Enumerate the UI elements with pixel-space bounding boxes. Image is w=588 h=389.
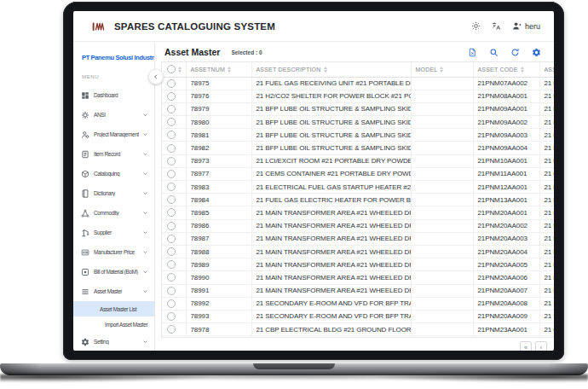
refresh-icon[interactable] bbox=[510, 48, 520, 57]
assetnum-cell: 78993 bbox=[186, 310, 251, 322]
table-row[interactable]: 78979 21 BFP LUBE OIL STRUCTURE & SAMPLI… bbox=[162, 102, 554, 115]
user-menu[interactable]: heru bbox=[512, 21, 540, 31]
row-checkbox[interactable] bbox=[167, 235, 176, 243]
table-row[interactable]: 78977 21 CEMS CONTAINER #21 PORTABLE DRY… bbox=[162, 167, 554, 180]
table-row[interactable]: 78985 21 MAIN TRANSFORMER AREA #21 WHEEL… bbox=[162, 206, 554, 219]
table-row[interactable]: 78980 21 BFP LUBE OIL STRUCTURE & SAMPLI… bbox=[162, 116, 554, 129]
row-checkbox[interactable] bbox=[167, 79, 176, 88]
column-header[interactable]: ASSE bbox=[539, 62, 554, 77]
select-all-checkbox[interactable] bbox=[167, 65, 176, 73]
table-row[interactable]: 78986 21 MAIN TRANSFORMER AREA #21 WHEEL… bbox=[162, 219, 554, 232]
table-row[interactable]: 78981 21 BFP LUBE OIL STRUCTURE & SAMPLI… bbox=[162, 129, 554, 142]
select-all-header[interactable] bbox=[162, 62, 186, 77]
table-row[interactable]: 78978 21 CBP ELECTRICAL BLDG #21 GROUND … bbox=[162, 323, 554, 336]
row-checkbox[interactable] bbox=[167, 144, 176, 153]
extra-cell: 21 EL bbox=[539, 181, 554, 194]
row-checkbox[interactable] bbox=[167, 208, 176, 217]
laptop-notch bbox=[253, 363, 335, 369]
sidebar-item-asset-master-list[interactable]: Asset Master List bbox=[73, 301, 154, 316]
row-checkbox[interactable] bbox=[167, 195, 176, 204]
app-title: SPARES CATALOGUING SYSTEM bbox=[114, 21, 275, 32]
table-row[interactable]: 78989 21 MAIN TRANSFORMER AREA #21 WHEEL… bbox=[162, 258, 554, 271]
table-row[interactable]: 78992 21 SECONDARY E-ROOM AND VFD FOR BF… bbox=[162, 297, 554, 310]
row-checkbox[interactable] bbox=[167, 157, 176, 165]
row-checkbox[interactable] bbox=[167, 287, 176, 295]
table-row[interactable]: 78987 21 MAIN TRANSFORMER AREA #21 WHEEL… bbox=[162, 232, 554, 245]
row-checkbox[interactable] bbox=[167, 273, 176, 282]
row-checkbox[interactable] bbox=[167, 247, 176, 256]
column-header[interactable]: MODEL bbox=[411, 62, 473, 77]
sidebar-item-dashboard[interactable]: Dashboard bbox=[73, 85, 154, 105]
sidebar-collapse-button[interactable] bbox=[148, 69, 164, 84]
sidebar-item-ansi[interactable]: ANSI bbox=[73, 105, 154, 125]
sidebar-item-import-asset-master[interactable]: Import Asset Master bbox=[73, 316, 154, 332]
column-label: ASSET DESCRIPTION bbox=[257, 67, 321, 73]
assetnum-cell: 78983 bbox=[186, 181, 251, 194]
sort-icon[interactable] bbox=[440, 67, 443, 73]
asset-code-cell: 21PNM07AA002 bbox=[473, 77, 539, 90]
sidebar-item-bom[interactable]: Bill of Material (BoM) bbox=[73, 262, 154, 282]
asset-code-cell: 21PNM09AA004 bbox=[473, 142, 539, 154]
search-icon[interactable] bbox=[489, 48, 499, 57]
row-checkbox[interactable] bbox=[167, 170, 176, 178]
sidebar-item-setting[interactable]: Setting bbox=[73, 332, 154, 351]
row-checkbox[interactable] bbox=[167, 325, 176, 334]
export-file-icon[interactable] bbox=[468, 48, 477, 57]
row-checkbox[interactable] bbox=[167, 92, 176, 101]
column-header[interactable]: ASSET CODE bbox=[473, 62, 539, 77]
row-checkbox[interactable] bbox=[167, 299, 176, 308]
sidebar-item-project-management[interactable]: Project Management bbox=[73, 125, 154, 144]
sidebar-item-manufacturer-price[interactable]: Manufacturer Price bbox=[73, 242, 154, 262]
row-checkbox[interactable] bbox=[167, 222, 176, 230]
asset-code-cell: 21PNM20AA005 bbox=[473, 258, 539, 271]
table-row[interactable]: 78988 21 MAIN TRANSFORMER AREA #21 WHEEL… bbox=[162, 245, 554, 258]
row-checkbox[interactable] bbox=[167, 260, 176, 269]
user-name: heru bbox=[525, 22, 540, 31]
row-checkbox[interactable] bbox=[167, 183, 176, 191]
description-cell: 21 CEMS CONTAINER #21 PORTABLE DRY POWDE… bbox=[251, 167, 411, 180]
table-row[interactable]: 78976 21 H2/CO2 SHELTER FOR POWER BLOCK … bbox=[162, 90, 554, 102]
extra-cell: 21 H2 bbox=[539, 90, 554, 102]
sidebar-item-item-record[interactable]: Item Record bbox=[73, 144, 154, 164]
table-row[interactable]: 78993 21 SECONDARY E-ROOM AND VFD FOR BF… bbox=[162, 310, 554, 322]
sort-icon[interactable] bbox=[228, 67, 231, 73]
asset-code-cell: 21PNM10AA001 bbox=[473, 154, 539, 167]
table-row[interactable]: 78975 21 FUEL GAS RECEIVING UNIT #21 POR… bbox=[162, 77, 554, 90]
table-row[interactable]: 78973 21 LCI/EXCIT ROOM #21 PORTABLE DRY… bbox=[162, 154, 554, 167]
sort-icon[interactable] bbox=[521, 67, 524, 73]
sort-icon bbox=[178, 67, 182, 73]
sidebar-item-dictionary[interactable]: Dictionary bbox=[73, 183, 154, 203]
translate-icon[interactable] bbox=[492, 21, 501, 31]
description-cell: 21 SECONDARY E-ROOM AND VFD FOR BFP TRAN… bbox=[251, 297, 411, 310]
row-checkbox[interactable] bbox=[167, 131, 176, 139]
row-checkbox[interactable] bbox=[167, 118, 176, 126]
description-cell: 21 BFP LUBE OIL STRUCTURE & SAMPLING SKI… bbox=[251, 129, 411, 142]
chevron-down-icon bbox=[142, 171, 148, 177]
settings-icon[interactable] bbox=[532, 48, 541, 57]
sort-icon[interactable] bbox=[324, 67, 327, 73]
sidebar-item-cataloguing[interactable]: Cataloguing bbox=[73, 164, 154, 183]
table-row[interactable]: 78990 21 MAIN TRANSFORMER AREA #21 WHEEL… bbox=[162, 271, 554, 284]
first-page-button[interactable]: « bbox=[520, 341, 532, 351]
table-row[interactable]: 78991 21 MAIN TRANSFORMER AREA #21 WHEEL… bbox=[162, 284, 554, 297]
laptop-frame: SPARES CATALOGUING SYSTEM heru PT Panemu… bbox=[63, 2, 564, 360]
description-cell: 21 MAIN TRANSFORMER AREA #21 WHEELED DRY… bbox=[251, 271, 411, 284]
sidebar-item-asset-master[interactable]: Asset Master bbox=[73, 282, 154, 301]
sidebar-item-supplier[interactable]: Supplier bbox=[73, 223, 154, 242]
column-header[interactable]: ASSET DESCRIPTION bbox=[251, 62, 411, 77]
sidebar-item-commodity[interactable]: Commodity bbox=[73, 203, 154, 223]
top-bar: SPARES CATALOGUING SYSTEM heru bbox=[73, 11, 554, 42]
table-row[interactable]: 78983 21 ELECTRICAL FUEL GAS STARTUP HEA… bbox=[162, 181, 554, 194]
extra-cell: 21 M bbox=[539, 271, 554, 284]
row-checkbox[interactable] bbox=[167, 105, 176, 113]
sidebar-item-label: ANSI bbox=[94, 112, 139, 118]
table-row[interactable]: 78984 21 FUEL GAS ELECTRIC HEATER FOR PO… bbox=[162, 194, 554, 206]
table-row[interactable]: 78982 21 BFP LUBE OIL STRUCTURE & SAMPLI… bbox=[162, 142, 554, 154]
column-label: ASSET CODE bbox=[478, 67, 518, 73]
row-checkbox[interactable] bbox=[167, 312, 176, 321]
model-cell bbox=[411, 90, 473, 102]
prev-page-button[interactable]: ‹ bbox=[535, 341, 547, 351]
column-header[interactable]: ASSETNUM bbox=[186, 62, 251, 77]
assetnum-cell: 78985 bbox=[186, 206, 251, 219]
sun-icon[interactable] bbox=[471, 21, 481, 31]
